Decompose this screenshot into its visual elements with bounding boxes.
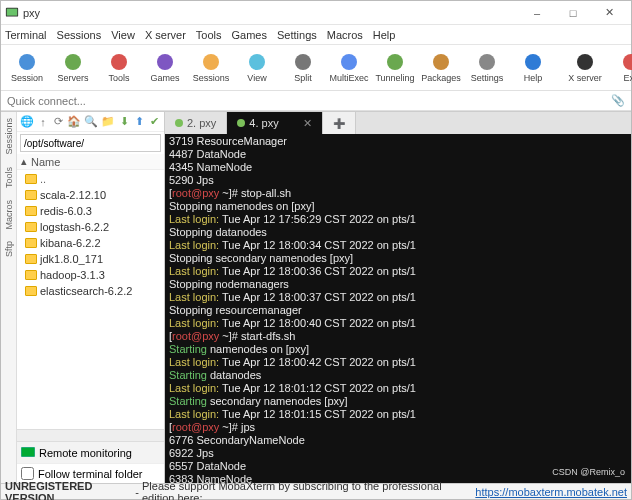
- up-icon[interactable]: ↑: [37, 115, 49, 129]
- svg-point-4: [111, 54, 127, 70]
- globe-icon[interactable]: 🌐: [20, 115, 34, 129]
- split-icon: [293, 52, 313, 72]
- tunneling-icon: [385, 52, 405, 72]
- svg-point-10: [387, 54, 403, 70]
- folder-icon[interactable]: 📁: [101, 115, 115, 129]
- toolbar-multiexec-button[interactable]: MultiExec: [329, 52, 369, 83]
- multiexec-icon: [339, 52, 359, 72]
- home-icon[interactable]: 🏠: [67, 115, 81, 129]
- svg-point-8: [295, 54, 311, 70]
- toolbar-help-button[interactable]: Help: [513, 52, 553, 83]
- tools-icon: [109, 52, 129, 72]
- path-field[interactable]: [20, 134, 161, 152]
- file-node[interactable]: logstash-6.2.2: [19, 219, 162, 235]
- menu-terminal[interactable]: Terminal: [5, 29, 47, 41]
- toolbar-exit-button[interactable]: Exit: [611, 52, 632, 83]
- svg-point-9: [341, 54, 357, 70]
- svg-rect-1: [7, 8, 18, 15]
- app-window: pxy – □ ✕ TerminalSessionsViewX serverTo…: [0, 0, 632, 500]
- file-node[interactable]: kibana-6.2.2: [19, 235, 162, 251]
- menu-settings[interactable]: Settings: [277, 29, 317, 41]
- toolbar-session-button[interactable]: Session: [7, 52, 47, 83]
- download-icon[interactable]: ⬇: [118, 115, 130, 129]
- sftp-toolbar: 🌐 ↑ ⟳ 🏠 🔍 📁 ⬇ ⬆ ✔: [17, 112, 164, 132]
- svg-point-2: [19, 54, 35, 70]
- new-tab-button[interactable]: ➕: [323, 112, 356, 134]
- toolbar-games-button[interactable]: Games: [145, 52, 185, 83]
- close-button[interactable]: ✕: [591, 2, 627, 24]
- folder-icon: [25, 286, 37, 296]
- remote-monitoring-button[interactable]: Remote monitoring: [17, 441, 164, 463]
- parent-dir[interactable]: ..: [19, 171, 162, 187]
- search-icon[interactable]: 🔍: [84, 115, 98, 129]
- monitor-icon: [21, 447, 35, 459]
- hscrollbar[interactable]: [17, 429, 164, 441]
- status-text: Please support MobaXterm by subscribing …: [142, 480, 472, 501]
- menu-tools[interactable]: Tools: [196, 29, 222, 41]
- tab-inactive[interactable]: 2. pxy: [165, 112, 227, 134]
- status-dot-icon: [237, 119, 245, 127]
- folder-icon: [25, 238, 37, 248]
- svg-point-7: [249, 54, 265, 70]
- svg-point-14: [577, 54, 593, 70]
- menu-sessions[interactable]: Sessions: [57, 29, 102, 41]
- svg-point-11: [433, 54, 449, 70]
- toolbar-packages-button[interactable]: Packages: [421, 52, 461, 83]
- toolbar-xserver-button[interactable]: X server: [565, 52, 605, 83]
- svg-point-5: [157, 54, 173, 70]
- settings-icon: [477, 52, 497, 72]
- quick-connect-label[interactable]: Quick connect...: [7, 95, 86, 107]
- tab-active[interactable]: 4. pxy✕: [227, 112, 322, 134]
- menu-games[interactable]: Games: [232, 29, 267, 41]
- upload-icon[interactable]: ⬆: [134, 115, 146, 129]
- view-icon: [247, 52, 267, 72]
- menu-macros[interactable]: Macros: [327, 29, 363, 41]
- status-dot-icon: [175, 119, 183, 127]
- menu-help[interactable]: Help: [373, 29, 396, 41]
- file-node[interactable]: jdk1.8.0_171: [19, 251, 162, 267]
- refresh-icon[interactable]: ⟳: [52, 115, 64, 129]
- menu-view[interactable]: View: [111, 29, 135, 41]
- help-icon: [523, 52, 543, 72]
- app-icon: [5, 6, 19, 20]
- folder-icon: [25, 206, 37, 216]
- toolbar-sessions-button[interactable]: Sessions: [191, 52, 231, 83]
- folder-icon: [25, 222, 37, 232]
- sessions-icon: [201, 52, 221, 72]
- svg-point-12: [479, 54, 495, 70]
- toolbar-view-button[interactable]: View: [237, 52, 277, 83]
- session-tabs: 2. pxy 4. pxy✕ ➕: [165, 112, 631, 134]
- file-node[interactable]: redis-6.0.3: [19, 203, 162, 219]
- attach-icon[interactable]: 📎: [611, 94, 625, 107]
- sidetab-sessions[interactable]: Sessions: [4, 112, 14, 161]
- file-node[interactable]: elasticsearch-6.2.2: [19, 283, 162, 299]
- sidetab-sftp[interactable]: Sftp: [4, 235, 14, 263]
- path-input[interactable]: [21, 137, 160, 150]
- toolbar: SessionServersToolsGamesSessionsViewSpli…: [1, 45, 631, 91]
- session-icon: [17, 52, 37, 72]
- quick-connect-bar: Quick connect... 📎: [1, 91, 631, 111]
- minimize-button[interactable]: –: [519, 2, 555, 24]
- status-link[interactable]: https://mobaxterm.mobatek.net: [475, 486, 627, 498]
- main-body: SessionsToolsMacrosSftp 🌐 ↑ ⟳ 🏠 🔍 📁 ⬇ ⬆ …: [1, 111, 631, 483]
- file-node[interactable]: hadoop-3.1.3: [19, 267, 162, 283]
- follow-checkbox[interactable]: [21, 467, 34, 480]
- menu-x-server[interactable]: X server: [145, 29, 186, 41]
- packages-icon: [431, 52, 451, 72]
- toolbar-tunneling-button[interactable]: Tunneling: [375, 52, 415, 83]
- exit-icon: [621, 52, 632, 72]
- servers-icon: [63, 52, 83, 72]
- tab-close-icon[interactable]: ✕: [303, 117, 312, 130]
- toolbar-servers-button[interactable]: Servers: [53, 52, 93, 83]
- terminal[interactable]: 3719 ResourceManager 4487 DataNode 4345 …: [165, 134, 631, 483]
- toolbar-split-button[interactable]: Split: [283, 52, 323, 83]
- toolbar-tools-button[interactable]: Tools: [99, 52, 139, 83]
- file-tree[interactable]: ..scala-2.12.10redis-6.0.3logstash-6.2.2…: [17, 170, 164, 429]
- svg-point-15: [623, 54, 632, 70]
- sidetab-tools[interactable]: Tools: [4, 161, 14, 194]
- sidetab-macros[interactable]: Macros: [4, 194, 14, 236]
- toolbar-settings-button[interactable]: Settings: [467, 52, 507, 83]
- xserver-icon: [575, 52, 595, 72]
- file-node[interactable]: scala-2.12.10: [19, 187, 162, 203]
- maximize-button[interactable]: □: [555, 2, 591, 24]
